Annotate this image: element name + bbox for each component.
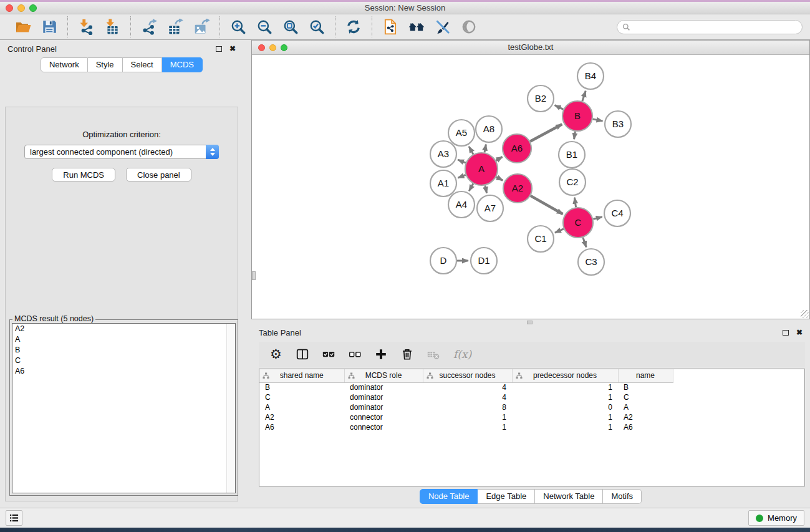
- tab-mcds[interactable]: MCDS: [162, 57, 203, 72]
- close-window-icon[interactable]: [6, 4, 13, 12]
- table-cell[interactable]: 1: [423, 422, 512, 432]
- table-cell[interactable]: 4: [423, 392, 512, 402]
- resize-grip-icon[interactable]: [801, 310, 809, 318]
- graph-edge-A-A2[interactable]: [496, 177, 503, 181]
- gear-icon[interactable]: ⚙: [268, 346, 284, 363]
- graph-edge-A6-B[interactable]: [530, 124, 562, 141]
- graph-edge-A2-C[interactable]: [531, 196, 563, 214]
- close-table-panel-icon[interactable]: ✖: [796, 329, 803, 336]
- result-item[interactable]: A6: [12, 366, 235, 377]
- graph-edge-A-A6[interactable]: [496, 157, 502, 161]
- table-row[interactable]: Adominator80A: [259, 402, 673, 412]
- network-zoom-icon[interactable]: [281, 44, 287, 51]
- titlebar[interactable]: Session: New Session: [0, 2, 810, 14]
- graph-edge-B-B1[interactable]: [574, 132, 576, 140]
- horizontal-scrollbar-thumb[interactable]: [527, 321, 533, 324]
- table-cell[interactable]: C: [259, 392, 344, 402]
- function-builder-icon[interactable]: f(x): [453, 348, 471, 360]
- export-image-icon[interactable]: [191, 17, 211, 37]
- column-header-mcds-role[interactable]: MCDS role: [344, 369, 423, 382]
- search-field[interactable]: [617, 20, 803, 34]
- table-cell[interactable]: 4: [423, 382, 512, 392]
- column-header-predecessor-nodes[interactable]: predecessor nodes: [512, 369, 618, 382]
- graph-edge-A-A4[interactable]: [469, 184, 473, 191]
- clear-checkboxes-icon[interactable]: [346, 346, 363, 363]
- import-network-icon[interactable]: [76, 17, 96, 37]
- table-cell[interactable]: A: [259, 402, 344, 412]
- float-panel-icon[interactable]: [216, 46, 222, 52]
- network-window-titlebar[interactable]: testGlobe.txt: [252, 41, 809, 55]
- table-cell[interactable]: A2: [618, 412, 673, 422]
- first-neighbors-icon[interactable]: [407, 17, 427, 37]
- table-cell[interactable]: 1: [512, 392, 618, 402]
- tab-motifs[interactable]: Motifs: [603, 489, 642, 504]
- network-close-icon[interactable]: [258, 44, 265, 51]
- export-network-icon[interactable]: [139, 17, 159, 37]
- table-cell[interactable]: 1: [512, 422, 618, 432]
- tab-select[interactable]: Select: [123, 57, 162, 72]
- table-cell[interactable]: A6: [259, 422, 344, 432]
- memory-button[interactable]: Memory: [748, 510, 804, 526]
- table-cell[interactable]: connector: [344, 422, 423, 432]
- delete-table-icon[interactable]: [425, 346, 441, 363]
- network-graph[interactable]: AA6A2BCA5A8A3A1A4A7B2B4B3B1C2C4C1C3DD1: [252, 56, 809, 319]
- task-history-button[interactable]: [6, 510, 22, 526]
- float-table-panel-icon[interactable]: [783, 330, 789, 336]
- graph-edge-B-B2[interactable]: [555, 105, 564, 110]
- tab-node-table[interactable]: Node Table: [420, 489, 478, 504]
- table-cell[interactable]: 1: [512, 382, 618, 392]
- zoom-fit-icon[interactable]: [281, 17, 301, 37]
- result-item[interactable]: C: [12, 355, 235, 366]
- minimize-window-icon[interactable]: [17, 4, 25, 12]
- table-cell[interactable]: B: [259, 382, 344, 392]
- show-all-icon[interactable]: [459, 17, 479, 37]
- table-cell[interactable]: connector: [344, 412, 423, 422]
- table-cell[interactable]: 8: [423, 402, 512, 412]
- graph-edge-A-A3[interactable]: [458, 160, 466, 163]
- zoom-selected-icon[interactable]: [307, 17, 327, 37]
- zoom-window-icon[interactable]: [29, 4, 37, 12]
- zoom-out-icon[interactable]: [254, 17, 274, 37]
- network-minimize-icon[interactable]: [269, 44, 276, 51]
- graph-edge-B-B3[interactable]: [593, 119, 603, 121]
- close-panel-icon[interactable]: ✖: [229, 46, 236, 52]
- search-input[interactable]: [633, 22, 797, 31]
- column-header-shared-name[interactable]: shared name: [259, 369, 344, 382]
- table-row[interactable]: A2connector11A2: [259, 412, 673, 422]
- result-item[interactable]: A2: [12, 324, 235, 334]
- graph-edge-C-C2[interactable]: [574, 198, 576, 207]
- graph-edge-A-A5[interactable]: [469, 147, 473, 154]
- table-cell[interactable]: dominator: [344, 382, 423, 392]
- result-item[interactable]: A: [12, 334, 235, 345]
- delete-icon[interactable]: [398, 346, 415, 363]
- table-cell[interactable]: dominator: [344, 402, 423, 412]
- tab-network-table[interactable]: Network Table: [535, 489, 603, 504]
- graph-edge-A-A8[interactable]: [485, 145, 486, 153]
- mcds-result-list[interactable]: A2ABCA6: [12, 323, 236, 493]
- node-table[interactable]: shared nameMCDS rolesuccessor nodesprede…: [259, 369, 673, 432]
- tab-edge-table[interactable]: Edge Table: [478, 489, 535, 504]
- table-cell[interactable]: 1: [512, 412, 618, 422]
- run-mcds-button[interactable]: Run MCDS: [52, 168, 115, 181]
- result-scrollbar[interactable]: [226, 324, 235, 493]
- graph-edge-A-A1[interactable]: [458, 175, 465, 178]
- open-file-icon[interactable]: [13, 17, 33, 37]
- close-panel-button[interactable]: Close panel: [126, 168, 191, 181]
- zoom-in-icon[interactable]: [228, 17, 248, 37]
- column-header-name[interactable]: name: [618, 369, 673, 382]
- table-row[interactable]: A6connector11A6: [259, 422, 673, 432]
- hide-selected-icon[interactable]: [433, 17, 453, 37]
- export-table-icon[interactable]: [165, 17, 185, 37]
- table-row[interactable]: Cdominator41C: [259, 392, 673, 402]
- split-columns-icon[interactable]: [294, 346, 311, 363]
- graph-edge-A-A7[interactable]: [485, 185, 487, 193]
- graph-edge-B-B4[interactable]: [582, 91, 586, 101]
- table-cell[interactable]: A6: [618, 422, 673, 432]
- table-cell[interactable]: B: [618, 382, 673, 392]
- network-canvas[interactable]: AA6A2BCA5A8A3A1A4A7B2B4B3B1C2C4C1C3DD1: [252, 56, 809, 319]
- graph-edge-C-C4[interactable]: [593, 217, 602, 219]
- select-checkboxes-icon[interactable]: [320, 346, 337, 363]
- graph-edge-C-C3[interactable]: [583, 238, 586, 248]
- tab-network[interactable]: Network: [41, 57, 88, 72]
- save-session-icon[interactable]: [39, 17, 59, 37]
